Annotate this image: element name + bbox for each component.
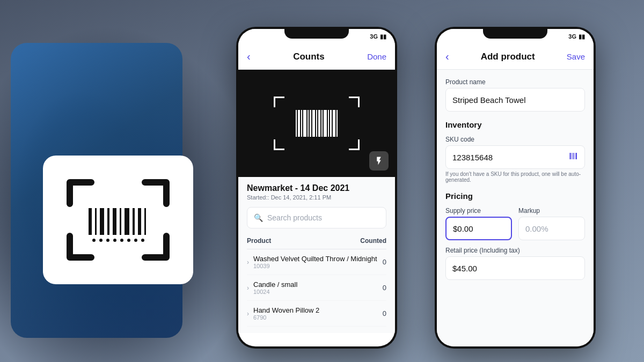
svg-point-13 [113, 239, 116, 242]
pricing-row: Supply price $0.00 Markup 0.00% [445, 207, 585, 240]
phone1-status-bar: 3G ▮▮ [238, 29, 395, 44]
svg-rect-19 [572, 153, 572, 159]
product-name-input[interactable]: Striped Beach Towel [445, 88, 585, 112]
inventory-section-title: Inventory [445, 120, 585, 129]
sku-label: SKU code [445, 136, 585, 143]
sku-wrapper: 123815648 [445, 145, 585, 169]
product-name-label: Product name [445, 78, 585, 86]
corner-br [349, 139, 360, 150]
product-id: 10024 [253, 289, 378, 295]
sku-scan-icon[interactable] [569, 151, 579, 163]
product-count: 0 [383, 284, 386, 292]
svg-rect-20 [573, 153, 574, 159]
phone2-status-bar: 3G ▮▮ [437, 29, 594, 44]
markup-value: 0.00% [525, 224, 548, 233]
corner-bl [274, 139, 284, 150]
svg-rect-22 [576, 153, 577, 159]
svg-point-11 [99, 239, 103, 242]
product-info: Hand Woven Pillow 2 6790 [253, 306, 378, 321]
svg-point-10 [92, 239, 96, 242]
svg-rect-2 [100, 208, 104, 235]
markup-label: Markup [518, 207, 585, 215]
svg-rect-5 [120, 208, 121, 235]
svg-point-14 [120, 239, 123, 242]
phone1-done-button[interactable]: Done [367, 52, 386, 61]
supply-price-label: Supply price [445, 207, 512, 215]
product-name: Hand Woven Pillow 2 [253, 306, 378, 314]
phone1-back-button[interactable]: ‹ [247, 50, 251, 63]
markup-input[interactable]: 0.00% [518, 217, 585, 240]
table-row[interactable]: › Candle / small 10024 0 [247, 275, 386, 301]
svg-rect-6 [125, 208, 129, 235]
pricing-section-title: Pricing [445, 191, 585, 201]
col-product: Product [247, 237, 271, 245]
svg-rect-3 [107, 208, 109, 235]
svg-point-12 [106, 239, 109, 242]
product-id: 10039 [253, 263, 378, 269]
phone2-back-button[interactable]: ‹ [445, 50, 449, 63]
markup-group: Markup 0.00% [518, 207, 585, 240]
svg-rect-7 [133, 208, 135, 235]
table-row[interactable]: › Hand Woven Pillow 2 6790 0 [247, 301, 386, 327]
product-name-value: Striped Beach Towel [452, 95, 525, 105]
svg-rect-21 [575, 153, 575, 159]
supply-price-value: $0.00 [453, 224, 473, 233]
search-placeholder: Search products [267, 213, 322, 222]
svg-rect-4 [113, 208, 116, 235]
svg-rect-8 [138, 208, 141, 235]
phone2-screen: 3G ▮▮ ‹ Add product Save Product name St… [437, 29, 594, 346]
row-chevron: › [247, 310, 249, 317]
scanner-area [238, 70, 395, 177]
row-chevron: › [247, 258, 249, 266]
svg-point-16 [134, 239, 137, 242]
svg-rect-9 [144, 208, 146, 235]
flashlight-button[interactable] [369, 151, 389, 171]
table-header: Product Counted [247, 235, 386, 249]
product-id: 6790 [253, 314, 378, 321]
form-area: Product name Striped Beach Towel Invento… [437, 70, 594, 346]
supply-price-group: Supply price $0.00 [445, 207, 512, 240]
phone1-header: ‹ Counts Done [238, 44, 395, 70]
phone1-frame: 3G ▮▮ ‹ Counts Done [236, 27, 397, 349]
corner-tr [349, 97, 360, 107]
search-icon: 🔍 [254, 213, 263, 222]
col-counted: Counted [360, 237, 386, 245]
product-name: Candle / small [253, 280, 378, 289]
phone1-title: Counts [251, 51, 367, 62]
location-subtitle: Started:: Dec 14, 2021, 2:11 PM [247, 194, 386, 201]
sku-hint: If you don't have a SKU for this product… [445, 171, 585, 183]
phone1-battery: ▮▮ [380, 33, 386, 40]
phone2-title: Add product [449, 51, 567, 62]
phone1-screen: 3G ▮▮ ‹ Counts Done [238, 29, 395, 346]
supply-price-input[interactable]: $0.00 [445, 217, 512, 240]
product-count: 0 [383, 309, 386, 317]
phone2-battery: ▮▮ [579, 33, 585, 40]
corner-tl [274, 97, 284, 107]
product-info: Candle / small 10024 [253, 280, 378, 295]
barcode-icon-container [43, 156, 193, 284]
phone2-save-button[interactable]: Save [567, 52, 585, 61]
table-row[interactable]: › Washed Velvet Quilted Throw / Midnight… [247, 249, 386, 275]
barcode-icon [59, 172, 177, 268]
sku-value: 123815648 [452, 153, 493, 162]
product-name: Washed Velvet Quilted Throw / Midnight [253, 255, 378, 263]
sku-input[interactable]: 123815648 [445, 145, 585, 169]
search-box[interactable]: 🔍 Search products [247, 207, 386, 228]
product-count: 0 [383, 258, 386, 266]
phone2-header: ‹ Add product Save [437, 44, 594, 70]
svg-rect-0 [89, 208, 92, 235]
location-title: Newmarket - 14 Dec 2021 [247, 183, 386, 193]
phone1-content: Newmarket - 14 Dec 2021 Started:: Dec 14… [238, 177, 395, 333]
phone1-signal: 3G [370, 33, 378, 40]
row-chevron: › [247, 284, 249, 292]
retail-price-label: Retail price (Including tax) [445, 247, 585, 254]
svg-point-17 [141, 239, 144, 242]
svg-rect-18 [570, 153, 571, 159]
scanner-viewfinder [274, 97, 360, 150]
scanned-barcode [296, 110, 338, 137]
retail-price-value: $45.00 [452, 264, 477, 273]
svg-point-15 [127, 239, 130, 242]
product-info: Washed Velvet Quilted Throw / Midnight 1… [253, 255, 378, 269]
retail-price-input[interactable]: $45.00 [445, 256, 585, 280]
phone2-signal: 3G [568, 33, 576, 40]
